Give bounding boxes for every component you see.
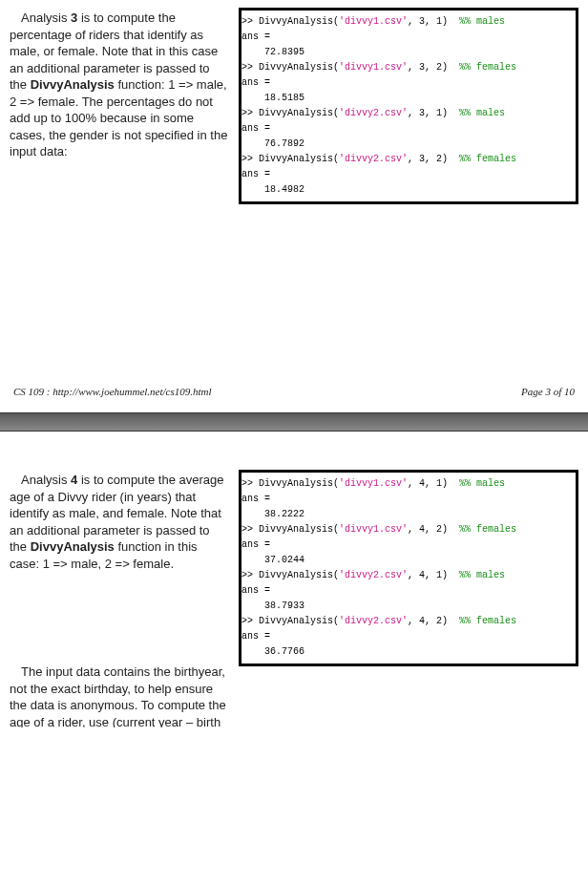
page-divider [0, 412, 588, 432]
code-line: >> DivvyAnalysis('divvy2.csv', 4, 1) %% … [242, 568, 574, 583]
code-line: ans = [242, 583, 574, 599]
code-line: >> DivvyAnalysis('divvy2.csv', 4, 2) %% … [242, 614, 574, 629]
footer-right: Page 3 of 10 [521, 386, 575, 397]
code-line: ans = [242, 629, 574, 644]
function-name: DivvyAnalysis [31, 539, 115, 554]
code-line: >> DivvyAnalysis('divvy2.csv', 3, 2) %% … [242, 152, 574, 167]
code-line: ans = [242, 167, 574, 182]
code-line: 38.7933 [242, 599, 574, 614]
content-row: Analysis 3 is to compute the percentage … [10, 8, 578, 204]
code-line: >> DivvyAnalysis('divvy1.csv', 4, 1) %% … [242, 476, 574, 492]
input-data-paragraph: The input data contains the birthyear, n… [10, 664, 229, 727]
code-line: >> DivvyAnalysis('divvy1.csv', 3, 2) %% … [242, 60, 574, 75]
code-line: ans = [242, 75, 574, 91]
analysis-4-paragraph: Analysis 4 is to compute the average age… [10, 472, 229, 572]
code-line: 36.7766 [242, 644, 574, 660]
body-text: Analysis 3 is to compute the percentage … [10, 8, 229, 166]
code-line: >> DivvyAnalysis('divvy1.csv', 3, 1) %% … [242, 14, 574, 30]
page-1: Analysis 3 is to compute the percentage … [0, 0, 588, 412]
footer-left: CS 109 : http://www.joehummel.net/cs109.… [13, 386, 212, 397]
analysis-3-paragraph: Analysis 3 is to compute the percentage … [10, 10, 229, 160]
text: Analysis [21, 473, 71, 487]
code-line: ans = [242, 30, 574, 45]
page-footer: CS 109 : http://www.joehummel.net/cs109.… [10, 386, 578, 403]
spacer [10, 578, 229, 664]
code-line: ans = [242, 537, 574, 553]
code-line: 18.4982 [242, 182, 574, 198]
content-row: Analysis 4 is to compute the average age… [10, 470, 578, 727]
body-text: Analysis 4 is to compute the average age… [10, 470, 229, 727]
code-output-box: >> DivvyAnalysis('divvy1.csv', 3, 1) %% … [239, 8, 578, 204]
code-line: 72.8395 [242, 45, 574, 60]
function-name: DivvyAnalysis [31, 77, 115, 92]
code-line: 38.2222 [242, 507, 574, 522]
code-line: >> DivvyAnalysis('divvy1.csv', 4, 2) %% … [242, 522, 574, 537]
code-line: 37.0244 [242, 553, 574, 568]
text: Analysis [21, 11, 71, 25]
code-line: ans = [242, 121, 574, 137]
code-line: 18.5185 [242, 91, 574, 106]
code-line: ans = [242, 492, 574, 507]
page-2: Analysis 4 is to compute the average age… [0, 432, 588, 727]
code-output-box: >> DivvyAnalysis('divvy1.csv', 4, 1) %% … [239, 470, 578, 666]
code-line: >> DivvyAnalysis('divvy2.csv', 3, 1) %% … [242, 106, 574, 121]
code-line: 76.7892 [242, 137, 574, 152]
